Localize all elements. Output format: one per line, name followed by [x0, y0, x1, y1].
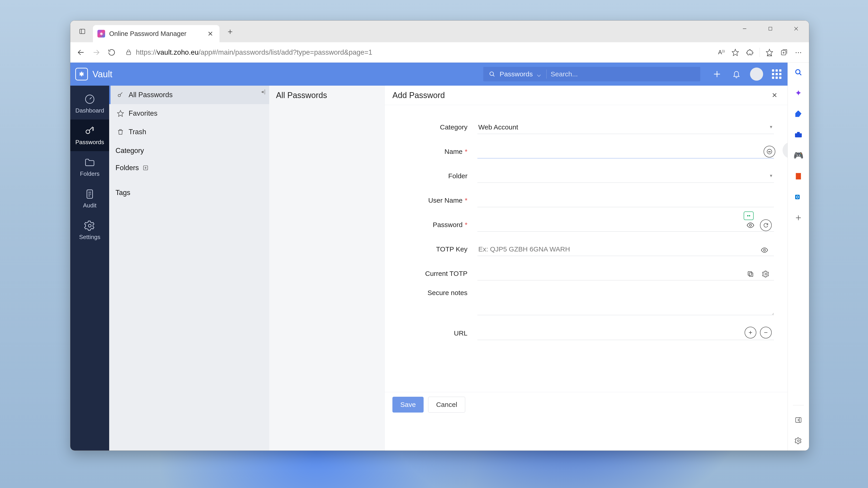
- subnav-all-passwords[interactable]: All Passwords: [109, 86, 269, 104]
- vault-logo-icon: ✱: [75, 68, 88, 80]
- generate-password-button[interactable]: [760, 219, 772, 231]
- input-totp-key[interactable]: [477, 242, 774, 256]
- totp-settings-button[interactable]: [760, 268, 772, 280]
- browser-tab-active[interactable]: ∗ Online Password Manager ✕: [93, 25, 219, 42]
- input-password[interactable]: [477, 218, 774, 232]
- read-aloud-button[interactable]: A⁾⁾: [715, 46, 727, 59]
- output-current-totp: [477, 267, 774, 281]
- subnav-category-header[interactable]: Category: [109, 143, 269, 158]
- select-folder[interactable]: ▼: [477, 169, 774, 183]
- add-password-panel: Add Password ✕ Category Web Account ▼: [384, 86, 787, 451]
- label-name: Name: [444, 148, 463, 155]
- subnav-trash[interactable]: Trash: [109, 123, 269, 141]
- rail-settings[interactable]: Settings: [70, 215, 109, 246]
- show-totp-button[interactable]: [758, 244, 770, 256]
- chevron-down-icon: ▼: [769, 125, 773, 129]
- svg-line-47: [800, 73, 801, 75]
- input-name[interactable]: [477, 145, 774, 158]
- sidebar-add-button[interactable]: [792, 212, 804, 224]
- remove-url-button[interactable]: [760, 327, 772, 338]
- window-maximize-button[interactable]: [757, 21, 783, 37]
- rail-passwords[interactable]: Passwords: [70, 120, 109, 151]
- input-username[interactable]: [477, 194, 774, 207]
- tab-actions-button[interactable]: [76, 25, 89, 38]
- rail-audit[interactable]: Audit: [70, 183, 109, 215]
- subnav-favorites-label: Favorites: [129, 109, 157, 118]
- notifications-bell-button[interactable]: [731, 68, 742, 80]
- sidebar-settings-button[interactable]: [792, 435, 804, 447]
- collapse-caret-icon[interactable]: ◂∣: [261, 89, 266, 95]
- svg-point-26: [88, 224, 91, 227]
- svg-marker-10: [766, 49, 773, 55]
- sidebar-shopping-icon[interactable]: [792, 108, 804, 120]
- add-button[interactable]: [711, 68, 723, 80]
- tab-favicon: ∗: [97, 30, 105, 37]
- sidebar-games-icon[interactable]: 🎮: [792, 149, 804, 162]
- svg-line-20: [90, 97, 92, 99]
- tab-close-button[interactable]: ✕: [206, 29, 215, 38]
- url-scheme: https://: [136, 48, 157, 57]
- chevron-down-icon: ⌵: [537, 70, 541, 78]
- suggest-icon-button[interactable]: [764, 146, 775, 158]
- input-url[interactable]: [477, 327, 774, 340]
- save-button[interactable]: Save: [393, 397, 424, 413]
- favorites-bar-button[interactable]: [763, 46, 776, 59]
- divider: [760, 48, 760, 57]
- sidebar-office-icon[interactable]: [792, 170, 804, 182]
- select-category-value: Web Account: [478, 123, 518, 131]
- label-secure-notes: Secure notes: [398, 286, 477, 297]
- subnav-folders-header[interactable]: Folders: [109, 160, 269, 175]
- rail-dashboard[interactable]: Dashboard: [70, 88, 109, 120]
- subnav-folders-label: Folders: [116, 164, 139, 172]
- sidebar-sparkle-icon[interactable]: ✦: [792, 87, 804, 99]
- svg-marker-28: [118, 110, 124, 117]
- password-list-column: All Passwords: [269, 86, 384, 451]
- textarea-secure-notes[interactable]: [477, 286, 774, 315]
- subnav-category-label: Category: [116, 147, 144, 155]
- user-avatar[interactable]: [750, 68, 763, 80]
- svg-point-57: [798, 440, 799, 442]
- favorite-star-button[interactable]: [729, 46, 742, 59]
- panel-close-button[interactable]: ✕: [769, 90, 780, 101]
- rail-folders[interactable]: Folders: [70, 151, 109, 183]
- copy-totp-button[interactable]: [745, 268, 756, 280]
- window-minimize-button[interactable]: [732, 21, 757, 37]
- search-scope-label: Passwords: [500, 70, 533, 78]
- subnav-favorites[interactable]: Favorites: [109, 104, 269, 123]
- address-bar: https://vault.zoho.eu/app#/main/password…: [70, 42, 809, 63]
- browser-window: ∗ Online Password Manager ✕ ＋ https://va…: [70, 20, 809, 451]
- nav-refresh-button[interactable]: [105, 46, 118, 59]
- upload-logo-button[interactable]: [782, 142, 787, 158]
- show-password-button[interactable]: [745, 219, 756, 231]
- panel-form: Category Web Account ▼ Name*: [385, 105, 787, 341]
- window-close-button[interactable]: [783, 21, 809, 37]
- sidebar-tools-icon[interactable]: [792, 129, 804, 141]
- collections-button[interactable]: [777, 46, 790, 59]
- app-header: ✱ Vault Passwords ⌵: [70, 63, 787, 86]
- nav-back-button[interactable]: [74, 46, 88, 59]
- apps-grid-button[interactable]: [771, 68, 782, 80]
- browser-menu-button[interactable]: ⋯: [792, 46, 805, 59]
- new-tab-button[interactable]: ＋: [223, 25, 237, 38]
- cancel-button[interactable]: Cancel: [428, 397, 465, 413]
- sub-nav: ◂∣ All Passwords Favorites Trash Categor…: [109, 86, 269, 451]
- subnav-tags-header[interactable]: Tags: [109, 185, 269, 200]
- panel-title: Add Password: [393, 91, 445, 100]
- sidebar-outlook-icon[interactable]: O: [792, 191, 804, 203]
- svg-rect-49: [797, 132, 800, 134]
- add-url-button[interactable]: [745, 327, 756, 338]
- search-input[interactable]: [547, 67, 700, 81]
- panel-form-scroll[interactable]: Category Web Account ▼ Name*: [385, 105, 787, 392]
- add-folder-icon[interactable]: [143, 165, 149, 171]
- password-strength-icon: ••: [744, 212, 754, 220]
- sidebar-collapse-button[interactable]: [792, 414, 804, 426]
- select-category[interactable]: Web Account ▼: [477, 121, 774, 134]
- label-totp-key: TOTP Key: [398, 246, 477, 253]
- row-current-totp: Current TOTP: [398, 261, 774, 286]
- search-scope-select[interactable]: Passwords ⌵: [483, 70, 546, 78]
- site-lock-icon[interactable]: [124, 47, 133, 57]
- sidebar-search-icon[interactable]: [792, 66, 804, 78]
- header-right: [711, 68, 782, 80]
- extensions-button[interactable]: [743, 46, 756, 59]
- address-field[interactable]: https://vault.zoho.eu/app#/main/password…: [121, 45, 713, 59]
